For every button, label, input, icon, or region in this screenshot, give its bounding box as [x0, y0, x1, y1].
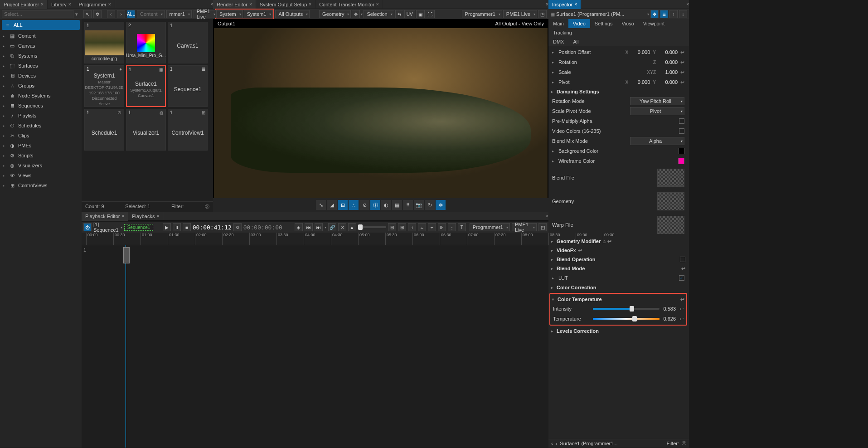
close-icon[interactable]: ×: [68, 2, 71, 7]
library-item-controlview1[interactable]: 1⊞ControlView1: [168, 109, 208, 151]
text-icon[interactable]: T: [458, 223, 466, 231]
align-r-icon[interactable]: ⫟: [428, 223, 436, 231]
content-dropdown[interactable]: Content: [137, 10, 165, 18]
tree-all[interactable]: ≡ALL: [2, 20, 80, 30]
popout-icon[interactable]: ◳: [538, 223, 547, 231]
reset-icon[interactable]: ↩: [679, 306, 684, 312]
tab-playback-editor[interactable]: Playback Editor×: [82, 212, 128, 221]
timeline-ruler[interactable]: 00:0000:3001:0001:3002:0002:3003:0003:30…: [82, 233, 548, 245]
library-item-visualizer1[interactable]: 1◍Visualizer1: [126, 109, 166, 151]
select-input[interactable]: [2, 10, 73, 18]
bg-color-swatch[interactable]: [678, 148, 684, 154]
tree-pmes[interactable]: ▸◑PMEs: [0, 141, 82, 151]
tab-playbacks[interactable]: Playbacks×: [128, 212, 163, 221]
timeline-track[interactable]: 1: [82, 245, 548, 448]
loop-icon[interactable]: ↻: [233, 223, 242, 231]
vp-camera-icon[interactable]: 📷: [414, 200, 424, 210]
move-icon[interactable]: ✥: [352, 10, 360, 18]
programmer-dropdown[interactable]: Programmer1: [470, 223, 510, 231]
tool-b-icon[interactable]: ⊞: [398, 223, 406, 231]
close-icon[interactable]: ×: [686, 2, 689, 7]
wf-color-swatch[interactable]: [678, 158, 684, 164]
up-icon[interactable]: ↑: [669, 10, 678, 18]
vp-grid-icon[interactable]: ⊞: [338, 200, 348, 210]
down-icon[interactable]: ↓: [679, 10, 687, 18]
library-item-schedule1[interactable]: 1⏲Schedule1: [84, 109, 124, 151]
pme-dropdown[interactable]: PME1 Live: [512, 223, 537, 231]
pause-icon[interactable]: ⏸: [173, 223, 181, 231]
split-icon[interactable]: ⋮: [448, 223, 456, 231]
tree-sequences[interactable]: ▸≣Sequences: [0, 101, 82, 111]
tree-content[interactable]: ▸▦Content: [0, 31, 82, 41]
reset-icon[interactable]: ↩: [578, 248, 582, 253]
tree-node-systems[interactable]: ▸⋔Node Systems: [0, 91, 82, 101]
reset-icon[interactable]: ↩: [680, 59, 684, 65]
vp-gear-icon[interactable]: ✲: [436, 200, 446, 210]
all-outputs-dropdown[interactable]: All Outputs: [275, 10, 310, 18]
pme-dropdown[interactable]: PME1 Live: [194, 10, 217, 18]
library-item-canvas1[interactable]: 1Canvas1: [168, 22, 208, 63]
tab-system-output[interactable]: System Output Setup×: [256, 0, 315, 9]
close-icon[interactable]: ×: [41, 2, 44, 7]
selection-dropdown[interactable]: Selection: [364, 10, 394, 18]
clear-filter-icon[interactable]: ⓧ: [205, 204, 209, 210]
insp-tab-dmx[interactable]: DMX: [548, 37, 568, 46]
align-c-icon[interactable]: ⫠: [418, 223, 426, 231]
vp-triangle-icon[interactable]: ◢: [327, 200, 337, 210]
uv-button[interactable]: UV: [404, 10, 415, 18]
tree-controlviews[interactable]: ▸⊞ControlViews: [0, 180, 82, 190]
geometry-slot[interactable]: [657, 192, 684, 210]
viewport-canvas[interactable]: [214, 28, 548, 198]
timeline-clip[interactable]: [123, 247, 130, 263]
close-icon[interactable]: ×: [309, 2, 311, 7]
programmer-dropdown[interactable]: Programmer1: [462, 10, 502, 18]
nav-prev-icon[interactable]: ‹: [107, 10, 115, 18]
vp-cursor-icon[interactable]: ⤡: [316, 200, 326, 210]
close-icon[interactable]: ×: [249, 2, 252, 7]
tool-a-icon[interactable]: ⊟: [388, 223, 396, 231]
section-levels[interactable]: ▸Levels Correction: [549, 326, 687, 336]
zoom-icon[interactable]: ▲: [348, 223, 356, 231]
section-color-temperature[interactable]: ▾Color Temperature↩: [550, 295, 686, 304]
geometry-dropdown[interactable]: Geometry: [319, 10, 351, 18]
list-mode-icon[interactable]: ≣: [660, 10, 668, 18]
blend-mix-dropdown[interactable]: Alpha: [630, 137, 684, 145]
close-icon[interactable]: ×: [376, 2, 379, 7]
tree-views[interactable]: ▸👁Views: [0, 170, 82, 180]
tree-devices[interactable]: ▸🖥Devices: [0, 71, 82, 81]
move-mode-icon[interactable]: ✥: [650, 10, 659, 18]
clear-filter-icon[interactable]: ⓧ: [682, 440, 686, 447]
library-item-ursa-mini-pro-g---[interactable]: 2Ursa_Mini_Pro_G...: [126, 22, 166, 63]
library-item-system1[interactable]: 1●System1MasterDESKTOP-71U9N2E192.168.17…: [84, 65, 124, 107]
filter-all-button[interactable]: ALL: [127, 10, 135, 18]
chevron-down-icon[interactable]: ▾: [73, 11, 80, 17]
tree-surfaces[interactable]: ▸⬚Surfaces: [0, 61, 82, 71]
reset-icon[interactable]: ↩: [680, 69, 684, 75]
tree-schedules[interactable]: ▸⏲Schedules: [0, 121, 82, 131]
reset-icon[interactable]: ↩: [680, 79, 684, 85]
vp-matrix-icon[interactable]: ▦: [392, 200, 402, 210]
section-videofx[interactable]: ▸VideoFx ↩: [549, 246, 687, 255]
prev-mark-icon[interactable]: ⏮: [305, 223, 313, 231]
expand-icon[interactable]: ⛶: [426, 10, 435, 18]
close-icon[interactable]: ×: [156, 214, 159, 219]
insp-tab-settings[interactable]: Settings: [590, 19, 617, 28]
tab-project-explorer[interactable]: Project Explorer×: [0, 0, 48, 9]
premultiply-checkbox[interactable]: [679, 118, 684, 124]
tree-clips[interactable]: ▸✂Clips: [0, 131, 82, 141]
close-icon[interactable]: ×: [574, 2, 577, 7]
section-blend-mode[interactable]: ▸Blend Mode↩: [549, 264, 687, 273]
stop-icon[interactable]: ■: [183, 223, 191, 231]
tab-content-transfer[interactable]: Content Transfer Monitor×: [315, 0, 383, 9]
close-icon[interactable]: ×: [121, 214, 124, 219]
reset-icon[interactable]: ↩: [680, 297, 684, 302]
tree-groups[interactable]: ▸⛬Groups: [0, 81, 82, 91]
sequence-pill[interactable]: Sequence1: [124, 224, 154, 231]
reset-icon[interactable]: ↩: [680, 49, 684, 55]
tab-render-editor[interactable]: Render Editor×: [213, 0, 256, 9]
shuffle-icon[interactable]: ⤨: [338, 223, 346, 231]
warp-file-slot[interactable]: [657, 216, 684, 234]
blend-op-checkbox[interactable]: [680, 257, 685, 262]
cursor-icon[interactable]: ↖: [83, 10, 92, 18]
insp-tab-tracking[interactable]: Tracking: [548, 28, 577, 37]
